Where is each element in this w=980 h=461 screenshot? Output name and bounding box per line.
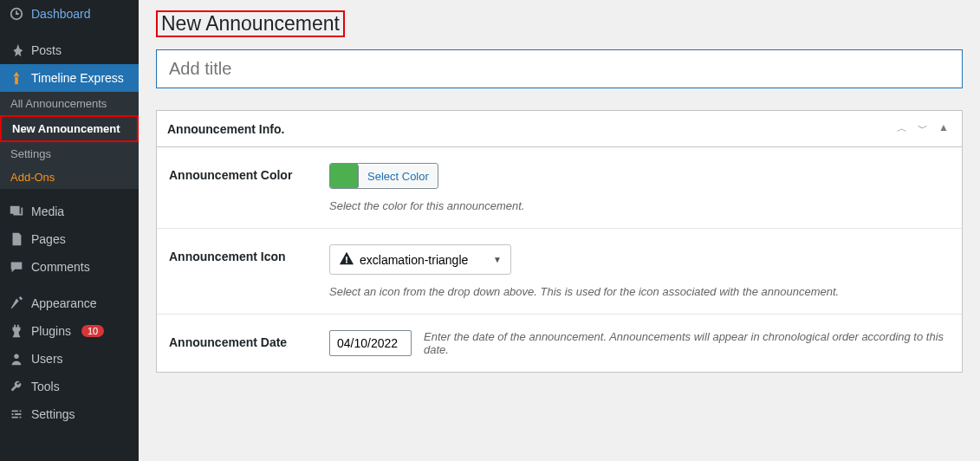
color-swatch: [330, 164, 358, 188]
submenu-all-announcements[interactable]: All Announcements: [0, 92, 139, 115]
comments-icon: [9, 259, 24, 275]
sidebar-item-posts[interactable]: Posts: [0, 36, 139, 64]
plugins-icon: [9, 323, 24, 339]
plugins-badge: 10: [81, 325, 104, 337]
sidebar-item-settings[interactable]: Settings: [0, 400, 139, 428]
tools-icon: [9, 379, 24, 394]
users-icon: [9, 351, 24, 367]
move-down-icon[interactable]: ﹀: [915, 120, 931, 138]
sidebar-label: Dashboard: [31, 7, 91, 21]
field-announcement-date: Announcement Date Enter the date of the …: [157, 315, 962, 372]
help-text: Enter the date of the announcement. Anno…: [424, 330, 950, 356]
media-icon: [9, 204, 24, 219]
sidebar-label: Comments: [31, 260, 90, 274]
metabox-controls: ︿ ﹀ ▲: [894, 120, 951, 138]
submenu-settings[interactable]: Settings: [0, 142, 139, 166]
date-input[interactable]: [329, 330, 412, 356]
sidebar-label: Plugins: [31, 324, 71, 338]
page-title: New Announcement: [156, 10, 345, 37]
sidebar-item-users[interactable]: Users: [0, 345, 139, 373]
pin-icon: [9, 42, 24, 58]
sidebar-label: Timeline Express: [31, 71, 124, 85]
main-content: New Announcement Announcement Info. ︿ ﹀ …: [139, 0, 980, 461]
toggle-panel-icon[interactable]: ▲: [936, 120, 951, 138]
submenu: All Announcements New Announcement Setti…: [0, 92, 139, 189]
icon-dropdown[interactable]: exclamation-triangle ▼: [329, 244, 511, 275]
sidebar-item-media[interactable]: Media: [0, 198, 139, 225]
field-label: Announcement Icon: [169, 244, 316, 263]
exclamation-triangle-icon: [339, 250, 354, 269]
color-picker[interactable]: Select Color: [329, 163, 438, 189]
sidebar-label: Media: [31, 205, 64, 218]
sidebar-label: Tools: [31, 380, 60, 393]
sidebar-item-pages[interactable]: Pages: [0, 225, 139, 253]
pages-icon: [9, 231, 24, 247]
metabox-title: Announcement Info.: [167, 122, 284, 136]
metabox-header: Announcement Info. ︿ ﹀ ▲: [157, 111, 962, 147]
field-label: Announcement Date: [169, 330, 316, 349]
sidebar-label: Appearance: [31, 296, 97, 310]
submenu-new-announcement[interactable]: New Announcement: [0, 115, 139, 142]
sidebar-item-appearance[interactable]: Appearance: [0, 289, 139, 317]
dashboard-icon: [9, 6, 24, 22]
submenu-addons[interactable]: Add-Ons: [0, 166, 139, 189]
sidebar-label: Settings: [31, 407, 75, 421]
admin-sidebar: Dashboard Posts Timeline Express All Ann…: [0, 0, 139, 461]
title-input[interactable]: [156, 49, 963, 88]
sidebar-item-timeline-express[interactable]: Timeline Express: [0, 64, 139, 92]
field-announcement-icon: Announcement Icon exclamation-triangle ▼…: [157, 229, 962, 315]
help-text: Select an icon from the drop down above.…: [329, 285, 950, 298]
field-announcement-color: Announcement Color Select Color Select t…: [157, 147, 962, 229]
announcement-info-metabox: Announcement Info. ︿ ﹀ ▲ Announcement Co…: [156, 110, 963, 373]
sidebar-item-tools[interactable]: Tools: [0, 373, 139, 400]
sidebar-item-comments[interactable]: Comments: [0, 253, 139, 281]
appearance-icon: [9, 295, 24, 311]
sidebar-item-plugins[interactable]: Plugins 10: [0, 317, 139, 345]
sidebar-label: Pages: [31, 232, 66, 246]
svg-point-0: [14, 354, 18, 359]
icon-value: exclamation-triangle: [360, 253, 468, 267]
help-text: Select the color for this announcement.: [329, 199, 950, 212]
field-label: Announcement Color: [169, 163, 316, 182]
sidebar-item-dashboard[interactable]: Dashboard: [0, 0, 139, 28]
chevron-down-icon: ▼: [493, 255, 502, 264]
sidebar-label: Posts: [31, 43, 62, 57]
move-up-icon[interactable]: ︿: [894, 120, 910, 138]
sidebar-label: Users: [31, 352, 63, 366]
settings-icon: [9, 406, 24, 422]
timeline-express-icon: [9, 70, 24, 86]
select-color-button[interactable]: Select Color: [358, 166, 438, 187]
